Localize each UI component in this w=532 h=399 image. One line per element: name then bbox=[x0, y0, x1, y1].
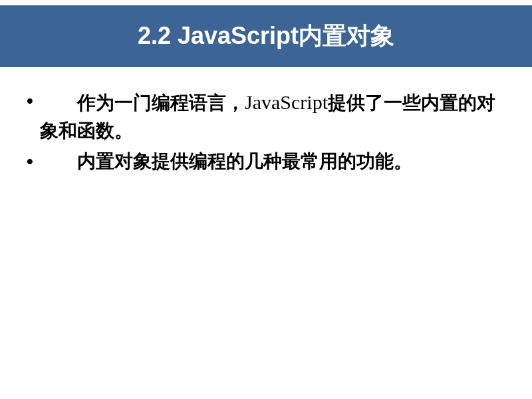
slide-content: • 作为一门编程语言，JavaScript提供了一些内置的对象和函数。 • 内置… bbox=[0, 67, 532, 176]
bullet-marker: • bbox=[20, 87, 40, 115]
bullet-text: 作为一门编程语言，JavaScript提供了一些内置的对象和函数。 bbox=[40, 87, 512, 145]
bullet-item: • 作为一门编程语言，JavaScript提供了一些内置的对象和函数。 bbox=[20, 87, 512, 145]
bullet-item: • 内置对象提供编程的几种最常用的功能。 bbox=[20, 148, 512, 176]
slide-title: 2.2 JavaScript内置对象 bbox=[0, 5, 532, 67]
bullet-marker: • bbox=[20, 148, 40, 176]
bullet-text: 内置对象提供编程的几种最常用的功能。 bbox=[40, 148, 512, 176]
